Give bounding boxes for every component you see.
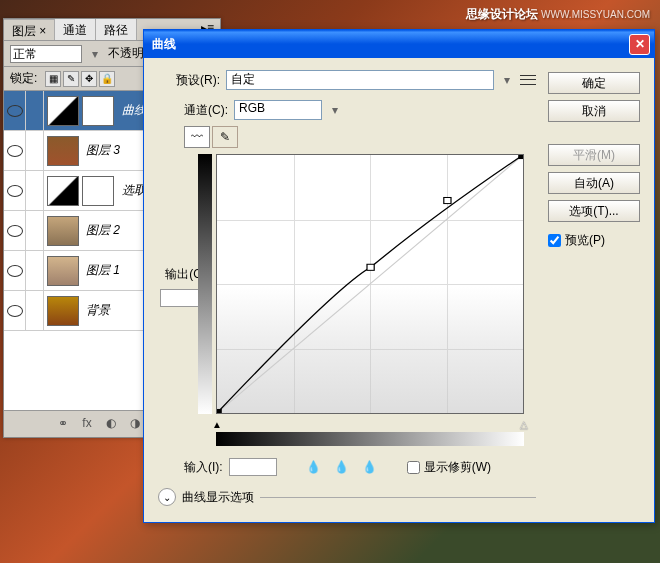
watermark-title: 思缘设计论坛 [466, 7, 538, 21]
output-gradient [198, 154, 212, 414]
cancel-button[interactable]: 取消 [548, 100, 640, 122]
layer-thumb [47, 216, 79, 246]
mask-icon[interactable]: ◐ [102, 415, 120, 431]
layer-thumb [47, 136, 79, 166]
input-input[interactable] [229, 458, 277, 476]
options-button[interactable]: 选项(T)... [548, 200, 640, 222]
chevron-down-icon: ▾ [500, 73, 514, 87]
dialog-title: 曲线 [148, 36, 176, 53]
layer-name: 背景 [82, 302, 110, 319]
lock-all-icon[interactable]: 🔒 [99, 71, 115, 87]
channel-select[interactable]: RGB [234, 100, 322, 120]
adjustment-layer-icon[interactable]: ◑ [126, 415, 144, 431]
curve-line [217, 155, 523, 413]
lock-image-icon[interactable]: ✎ [63, 71, 79, 87]
visibility-eye-icon[interactable] [4, 291, 26, 330]
svg-rect-3 [217, 409, 222, 413]
curve-graph[interactable] [216, 154, 524, 414]
blend-mode-select[interactable]: 正常 [10, 45, 82, 63]
input-label: 输入(I): [184, 459, 223, 476]
layer-mask [82, 176, 114, 206]
visibility-eye-icon[interactable] [4, 171, 26, 210]
preview-checkbox[interactable]: 预览(P) [548, 232, 640, 249]
show-clipping-input[interactable] [407, 461, 420, 474]
lock-label: 锁定: [10, 70, 37, 87]
svg-rect-1 [367, 264, 374, 270]
close-button[interactable]: ✕ [629, 34, 650, 55]
layer-name: 曲线 [118, 102, 146, 119]
visibility-eye-icon[interactable] [4, 251, 26, 290]
fx-icon[interactable]: fx [78, 415, 96, 431]
layer-name: 图层 1 [82, 262, 120, 279]
visibility-eye-icon[interactable] [4, 91, 26, 130]
visibility-eye-icon[interactable] [4, 131, 26, 170]
white-point-slider[interactable]: △ [520, 419, 528, 430]
smooth-button[interactable]: 平滑(M) [548, 144, 640, 166]
layer-thumb [47, 96, 79, 126]
layer-name: 图层 2 [82, 222, 120, 239]
layer-thumb [47, 256, 79, 286]
watermark-url: WWW.MISSYUAN.COM [541, 9, 650, 20]
svg-rect-4 [518, 155, 523, 159]
curve-point-tool[interactable]: 〰 [184, 126, 210, 148]
layer-thumb [47, 296, 79, 326]
chevron-down-icon: ▾ [328, 103, 342, 117]
tab-channels[interactable]: 通道 [55, 19, 96, 40]
link-layers-icon[interactable]: ⚭ [54, 415, 72, 431]
expand-label: 曲线显示选项 [182, 489, 254, 506]
gray-eyedropper-icon[interactable]: 💧 [331, 456, 353, 478]
black-point-slider[interactable]: ▲ [212, 419, 222, 430]
lock-transparency-icon[interactable]: ▦ [45, 71, 61, 87]
white-eyedropper-icon[interactable]: 💧 [359, 456, 381, 478]
chevron-down-icon: ▾ [88, 47, 102, 61]
lock-position-icon[interactable]: ✥ [81, 71, 97, 87]
svg-line-0 [217, 155, 523, 413]
layer-thumb [47, 176, 79, 206]
tab-paths[interactable]: 路径 [96, 19, 137, 40]
preset-select[interactable]: 自定 [226, 70, 494, 90]
ok-button[interactable]: 确定 [548, 72, 640, 94]
channel-label: 通道(C): [184, 102, 228, 119]
curves-dialog: 曲线 ✕ 预设(R): 自定 ▾ 通道(C): RGB ▾ 〰 ✎ 输出(O): [143, 29, 655, 523]
layer-name: 图层 3 [82, 142, 120, 159]
svg-rect-2 [444, 197, 451, 203]
watermark: 思缘设计论坛 WWW.MISSYUAN.COM [466, 6, 650, 23]
expand-options-button[interactable]: ⌄ [158, 488, 176, 506]
visibility-eye-icon[interactable] [4, 211, 26, 250]
preset-label: 预设(R): [158, 72, 220, 89]
curve-pencil-tool[interactable]: ✎ [212, 126, 238, 148]
opacity-label: 不透明 [108, 45, 144, 62]
show-clipping-checkbox[interactable]: 显示修剪(W) [407, 459, 491, 476]
preset-menu-icon[interactable] [520, 73, 536, 87]
input-gradient [216, 432, 524, 446]
black-eyedropper-icon[interactable]: 💧 [303, 456, 325, 478]
layer-mask [82, 96, 114, 126]
curve-area: ▲ △ [216, 154, 524, 414]
auto-button[interactable]: 自动(A) [548, 172, 640, 194]
tab-layers[interactable]: 图层 × [4, 19, 55, 40]
titlebar[interactable]: 曲线 ✕ [144, 30, 654, 58]
preview-input[interactable] [548, 234, 561, 247]
